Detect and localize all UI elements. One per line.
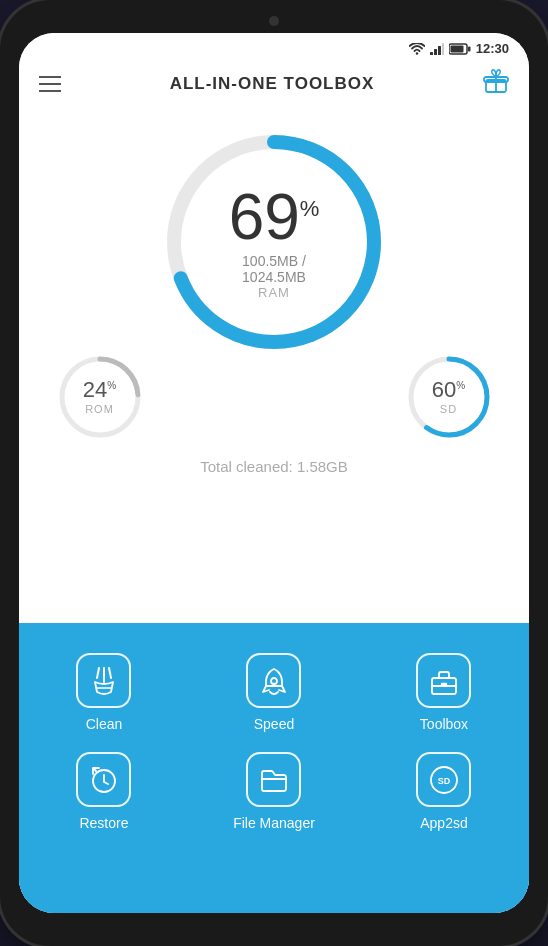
wifi-icon — [409, 43, 425, 55]
clean-label: Clean — [86, 716, 123, 732]
restore-icon-container — [76, 752, 131, 807]
sd-gauge[interactable]: 60% SD — [404, 352, 494, 442]
file-manager-button[interactable]: File Manager — [190, 752, 358, 831]
ram-percent-value: 69% — [214, 185, 334, 249]
rom-gauge[interactable]: 24% ROM — [55, 352, 145, 442]
speed-label: Speed — [254, 716, 294, 732]
rom-center: 24% ROM — [83, 379, 116, 415]
toolbar-row-2: Restore File Manager — [19, 752, 529, 831]
toolbox-icon-container — [416, 653, 471, 708]
status-icons: 12:30 — [409, 41, 509, 56]
svg-text:SD: SD — [438, 776, 451, 786]
file-manager-label: File Manager — [233, 815, 315, 831]
restore-label: Restore — [79, 815, 128, 831]
file-manager-icon-container — [246, 752, 301, 807]
battery-icon — [449, 43, 471, 55]
svg-rect-0 — [430, 52, 433, 55]
clean-button[interactable]: Clean — [20, 653, 188, 732]
app2sd-icon-container: SD — [416, 752, 471, 807]
main-content: 69% 100.5MB / 1024.5MB RAM — [19, 112, 529, 913]
sd-center: 60% SD — [432, 379, 465, 415]
toolbar-row-1: Clean Spee — [19, 653, 529, 732]
ram-memory-text: 100.5MB / 1024.5MB — [214, 253, 334, 285]
hamburger-menu[interactable] — [39, 76, 61, 92]
svg-line-17 — [97, 668, 99, 678]
total-cleaned-label: Total cleaned: 1.58GB — [200, 458, 348, 475]
svg-point-20 — [271, 678, 277, 684]
gift-button[interactable] — [483, 68, 509, 100]
phone-camera — [269, 16, 279, 26]
app-title: ALL-IN-ONE TOOLBOX — [170, 74, 375, 94]
svg-rect-3 — [442, 43, 444, 55]
speed-button[interactable]: Speed — [190, 653, 358, 732]
hamburger-line-3 — [39, 90, 61, 92]
phone-screen: 12:30 ALL-IN-ONE TOOLBOX — [19, 33, 529, 913]
svg-rect-5 — [450, 45, 463, 52]
rom-percent: 24% — [83, 379, 116, 401]
svg-rect-2 — [438, 46, 441, 55]
ram-gauge[interactable]: 69% 100.5MB / 1024.5MB RAM — [154, 122, 394, 362]
hamburger-line-2 — [39, 83, 61, 85]
phone-frame: 12:30 ALL-IN-ONE TOOLBOX — [0, 0, 548, 946]
hamburger-line-1 — [39, 76, 61, 78]
svg-rect-1 — [434, 49, 437, 55]
signal-icon — [430, 43, 444, 55]
speed-icon-container — [246, 653, 301, 708]
toolbox-button[interactable]: Toolbox — [360, 653, 528, 732]
app2sd-label: App2sd — [420, 815, 467, 831]
status-bar: 12:30 — [19, 33, 529, 60]
ram-center-text: 69% 100.5MB / 1024.5MB RAM — [214, 185, 334, 300]
small-circles-row: 24% ROM 60% — [45, 352, 504, 442]
clean-icon-container — [76, 653, 131, 708]
sd-label: SD — [432, 403, 465, 415]
app2sd-button[interactable]: SD App2sd — [360, 752, 528, 831]
status-time: 12:30 — [476, 41, 509, 56]
svg-rect-6 — [468, 46, 471, 51]
ram-label: RAM — [214, 285, 334, 300]
svg-line-18 — [109, 668, 111, 678]
rom-label: ROM — [83, 403, 116, 415]
sd-percent: 60% — [432, 379, 465, 401]
app-header: ALL-IN-ONE TOOLBOX — [19, 60, 529, 112]
toolbox-label: Toolbox — [420, 716, 468, 732]
bottom-toolbar: Clean Spee — [19, 623, 529, 913]
restore-button[interactable]: Restore — [20, 752, 188, 831]
